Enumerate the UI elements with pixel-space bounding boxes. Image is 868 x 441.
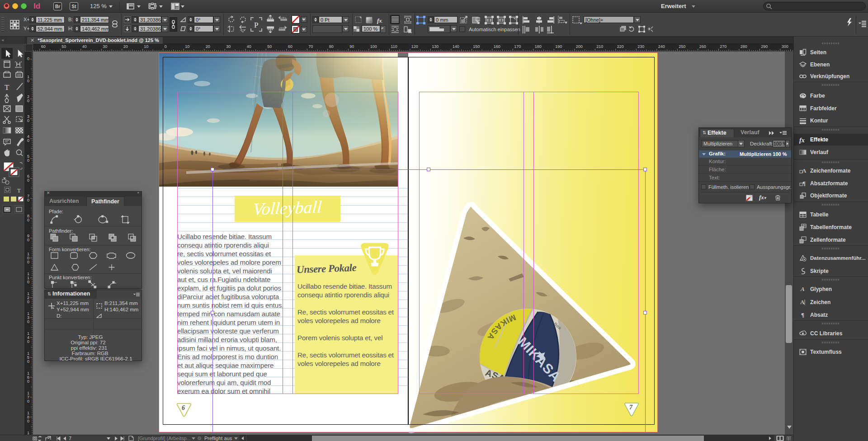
svg-text:160: 160	[494, 44, 500, 49]
svg-text:110: 110	[391, 44, 397, 49]
svg-text:280: 280	[741, 44, 747, 49]
svg-text:60: 60	[288, 44, 292, 49]
svg-text:140: 140	[453, 44, 459, 49]
svg-text:20: 20	[206, 44, 210, 49]
svg-text:50: 50	[61, 44, 66, 49]
svg-text:0: 0	[165, 44, 167, 49]
svg-text:100: 100	[370, 44, 377, 49]
svg-text:0: 0	[27, 158, 29, 163]
svg-text:120: 120	[411, 44, 418, 49]
svg-text:40: 40	[247, 44, 251, 49]
svg-text:230: 230	[637, 44, 644, 49]
svg-text:0: 0	[27, 399, 29, 403]
svg-text:0: 0	[27, 319, 29, 324]
svg-text:210: 210	[596, 44, 603, 49]
svg-text:T: T	[5, 83, 9, 92]
svg-text:0: 0	[27, 138, 29, 143]
svg-text:200: 200	[576, 44, 583, 49]
svg-text:0: 0	[27, 198, 29, 202]
svg-text:190: 190	[555, 44, 562, 49]
svg-text:80: 80	[329, 44, 334, 49]
svg-text:0: 0	[27, 238, 29, 242]
svg-text:220: 220	[617, 44, 624, 49]
svg-text:P: P	[254, 21, 258, 29]
svg-text:170: 170	[514, 44, 521, 49]
svg-text:90: 90	[349, 44, 354, 49]
svg-text:A: A	[800, 299, 805, 305]
svg-text:0: 0	[27, 379, 29, 384]
svg-text:30: 30	[226, 44, 231, 49]
svg-text:1: 1	[27, 431, 29, 435]
svg-text:0: 0	[27, 118, 29, 123]
svg-text:¶: ¶	[802, 180, 806, 187]
svg-text:T: T	[17, 187, 21, 194]
svg-text:10: 10	[144, 44, 148, 49]
svg-text:0: 0	[27, 419, 29, 423]
svg-text:¶: ¶	[801, 311, 804, 318]
svg-text:240: 240	[658, 44, 665, 49]
svg-text:150: 150	[473, 44, 480, 49]
svg-text:0: 0	[27, 99, 29, 103]
svg-text:20: 20	[123, 44, 128, 49]
svg-text:290: 290	[761, 44, 768, 49]
svg-text:0: 0	[27, 218, 29, 222]
svg-text:60: 60	[41, 44, 46, 49]
svg-text:10: 10	[185, 44, 189, 49]
svg-text:0: 0	[27, 359, 29, 364]
svg-text:0: 0	[27, 300, 29, 304]
svg-text:70: 70	[308, 44, 313, 49]
svg-text:0: 0	[27, 56, 29, 61]
svg-text:0: 0	[27, 260, 29, 264]
svg-text:0: 0	[27, 178, 29, 183]
svg-text:130: 130	[432, 44, 439, 49]
svg-text:270: 270	[720, 44, 726, 49]
svg-text:50: 50	[267, 44, 272, 49]
svg-text:260: 260	[699, 44, 706, 49]
svg-text:300: 300	[782, 44, 788, 49]
svg-text:0: 0	[27, 339, 29, 344]
svg-text:0: 0	[27, 79, 29, 83]
svg-text:30: 30	[103, 44, 107, 49]
svg-text:0: 0	[27, 280, 29, 284]
svg-text:40: 40	[82, 44, 87, 49]
svg-text:180: 180	[535, 44, 542, 49]
svg-text:A: A	[800, 286, 805, 292]
svg-text:250: 250	[679, 44, 685, 49]
